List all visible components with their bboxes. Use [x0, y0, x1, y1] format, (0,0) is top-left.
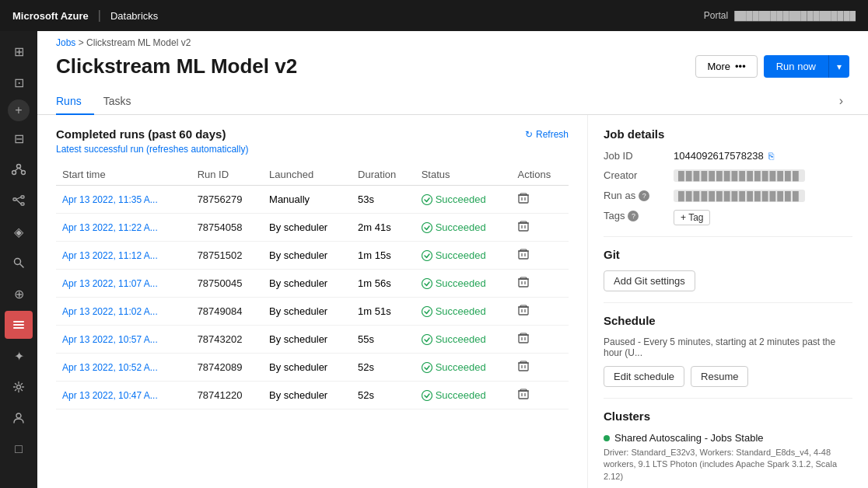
run-now-dropdown-button[interactable]: ▾ [828, 55, 849, 78]
run-actions-cell [512, 298, 569, 326]
run-start-time-link[interactable]: Apr 13 2022, 11:02 A... [62, 306, 158, 317]
run-launched-cell: By scheduler [263, 354, 352, 382]
add-git-button[interactable]: Add Git settings [604, 270, 695, 291]
run-as-label: Run as ? [604, 190, 674, 201]
delete-run-icon[interactable] [518, 194, 529, 207]
dashboard-icon[interactable]: ⊡ [5, 68, 33, 96]
run-id-cell: 78751502 [191, 242, 263, 270]
clusters-title: Clusters [604, 410, 852, 423]
delete-run-icon[interactable] [518, 306, 529, 319]
svg-rect-6 [21, 196, 24, 198]
run-start-time-link[interactable]: Apr 13 2022, 11:12 A... [62, 250, 158, 261]
main-layout: ⊞ ⊡ + ⊟ ◈ ⊕ ✦ □ Jobs > Clicks [0, 31, 868, 488]
svg-rect-18 [519, 195, 528, 203]
col-duration: Duration [352, 164, 415, 186]
refresh-button[interactable]: ↻ Refresh [525, 129, 569, 140]
latest-run-link[interactable]: Latest successful run (refreshes automat… [56, 144, 569, 155]
right-panel: Job details Job ID 1044092617578238 ⎘ Cr… [588, 115, 868, 488]
run-launched-cell: Manually [263, 186, 352, 214]
search-icon[interactable] [5, 249, 33, 277]
tags-row: Tags ? + Tag [604, 210, 852, 225]
svg-point-47 [422, 334, 432, 344]
run-status-cell: Succeeded [415, 242, 512, 270]
svg-rect-48 [519, 335, 528, 343]
more-button[interactable]: More ••• [695, 55, 757, 78]
creator-row: Creator ████████████████ [604, 169, 852, 182]
cluster-icon[interactable] [5, 155, 33, 183]
run-status-cell: Succeeded [415, 326, 512, 354]
run-duration-cell: 52s [352, 354, 415, 382]
run-start-time-link[interactable]: Apr 13 2022, 11:22 A... [62, 222, 158, 233]
workflow-icon[interactable] [5, 186, 33, 214]
run-now-button[interactable]: Run now [764, 55, 828, 78]
svg-line-4 [19, 168, 23, 171]
run-launched-cell: By scheduler [263, 326, 352, 354]
git-title: Git [604, 248, 852, 261]
svg-rect-36 [519, 279, 528, 287]
topbar-right: Portal ████████████████████ [704, 10, 856, 21]
svg-line-3 [15, 168, 19, 171]
delete-run-icon[interactable] [518, 250, 529, 263]
plus-icon[interactable]: + [8, 99, 30, 121]
resume-button[interactable]: Resume [691, 366, 748, 387]
svg-point-1 [12, 171, 16, 175]
svg-rect-14 [13, 327, 24, 329]
svg-point-2 [22, 171, 26, 175]
table-row: Apr 13 2022, 11:35 A... 78756279 Manuall… [56, 186, 569, 214]
partner-icon[interactable]: ✦ [5, 342, 33, 370]
delete-run-icon[interactable] [518, 390, 529, 403]
explore-icon[interactable]: ⊕ [5, 280, 33, 308]
body-split: Completed runs (past 60 days) ↻ Refresh … [37, 115, 868, 488]
breadcrumb-separator: > [79, 37, 86, 48]
tab-runs[interactable]: Runs [56, 89, 94, 115]
run-start-time-link[interactable]: Apr 13 2022, 10:57 A... [62, 334, 158, 345]
svg-point-15 [17, 385, 21, 389]
model-icon[interactable]: ◈ [5, 218, 33, 246]
table-row: Apr 13 2022, 11:22 A... 78754058 By sche… [56, 214, 569, 242]
svg-point-17 [422, 194, 432, 204]
svg-rect-42 [519, 307, 528, 315]
settings-icon[interactable] [5, 373, 33, 401]
breadcrumb-current: Clickstream ML Model v2 [86, 37, 191, 48]
schedule-text: Paused - Every 5 minutes, starting at 2 … [604, 336, 852, 358]
run-status-cell: Succeeded [415, 270, 512, 298]
layers-icon[interactable]: ⊞ [5, 37, 33, 65]
tags-help-icon[interactable]: ? [628, 211, 639, 221]
brand-label: Microsoft Azure [12, 10, 89, 22]
jobs-icon[interactable] [5, 311, 33, 339]
help-icon[interactable]: □ [5, 435, 33, 463]
delete-run-icon[interactable] [518, 334, 529, 347]
page-header: Clickstream ML Model v2 More ••• Run now… [37, 51, 868, 88]
add-tag-button[interactable]: + Tag [674, 210, 710, 225]
tab-expand-icon[interactable]: › [833, 88, 849, 114]
delete-run-icon[interactable] [518, 278, 529, 291]
run-start-time-link[interactable]: Apr 13 2022, 10:52 A... [62, 362, 158, 373]
run-start-time-link[interactable]: Apr 13 2022, 11:35 A... [62, 194, 158, 205]
run-launched-cell: By scheduler [263, 382, 352, 410]
data-icon[interactable]: ⊟ [5, 124, 33, 152]
run-status-cell: Succeeded [415, 214, 512, 242]
user-icon[interactable] [5, 404, 33, 432]
breadcrumb-jobs-link[interactable]: Jobs [56, 37, 75, 48]
run-start-time-link[interactable]: Apr 13 2022, 11:07 A... [62, 278, 158, 289]
job-id-row: Job ID 1044092617578238 ⎘ [604, 150, 852, 162]
run-start-time-link[interactable]: Apr 13 2022, 10:47 A... [62, 390, 158, 401]
svg-point-41 [422, 306, 432, 316]
run-launched-cell: By scheduler [263, 270, 352, 298]
run-duration-cell: 2m 41s [352, 214, 415, 242]
sidebar: ⊞ ⊡ + ⊟ ◈ ⊕ ✦ □ [0, 31, 37, 488]
run-actions-cell [512, 186, 569, 214]
svg-rect-5 [13, 198, 16, 200]
user-email: ████████████████████ [734, 11, 856, 20]
svg-point-10 [15, 259, 21, 265]
schedule-title: Schedule [604, 314, 852, 327]
delete-run-icon[interactable] [518, 362, 529, 375]
col-status: Status [415, 164, 512, 186]
cluster-desc: Driver: Standard_E32v3, Workers: Standar… [604, 447, 852, 483]
delete-run-icon[interactable] [518, 222, 529, 235]
tab-tasks[interactable]: Tasks [103, 89, 144, 115]
run-as-help-icon[interactable]: ? [639, 190, 649, 201]
cluster-name: Shared Autoscaling - Jobs Stable [614, 432, 764, 444]
edit-schedule-button[interactable]: Edit schedule [604, 366, 684, 387]
copy-job-id-icon[interactable]: ⎘ [768, 151, 774, 162]
